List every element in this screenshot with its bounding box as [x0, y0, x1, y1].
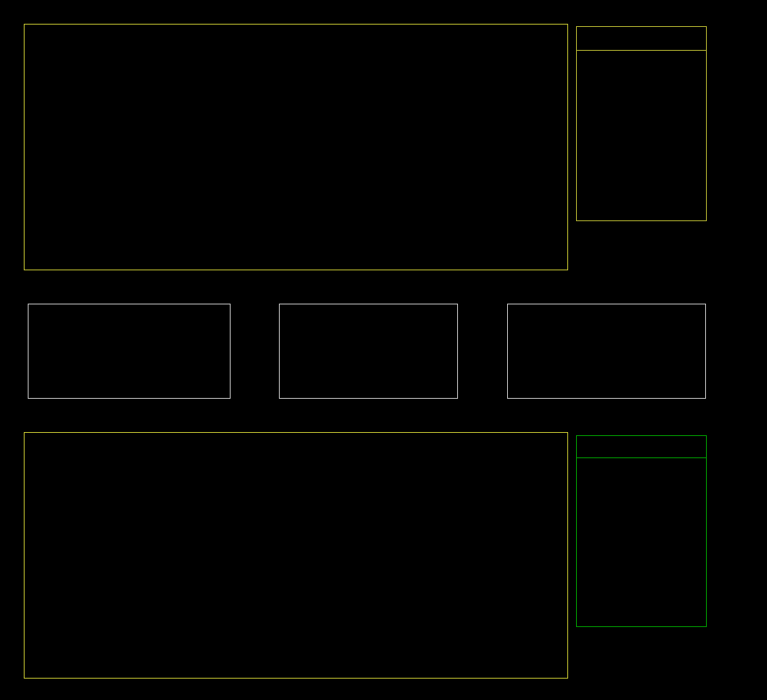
thumbnail-f2-trace: [507, 304, 706, 399]
ionogram-plot-scaled: [24, 24, 568, 270]
thumbnail-eliminate-multiples: [279, 304, 458, 399]
aip-panel-title: [577, 436, 706, 458]
autoscala-panel-title: [577, 27, 706, 51]
ionogram-plot-profile: [24, 432, 568, 679]
aip-output-panel: [576, 435, 707, 627]
autoscala-output-panel: [576, 26, 707, 221]
autoscala-table: [577, 51, 706, 220]
aip-table: [577, 458, 706, 462]
thumbnail-original-ionogram: [28, 304, 231, 399]
